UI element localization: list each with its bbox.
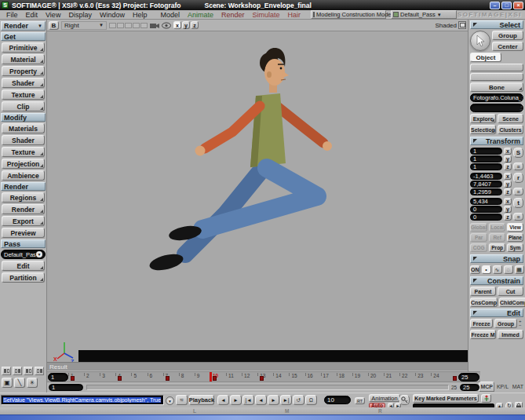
step-forward-button[interactable]: ► bbox=[230, 395, 242, 405]
timeline-ruler[interactable]: 1 25 12345678910111213141516171819202122… bbox=[47, 371, 480, 382]
toolbar-button-clip[interactable]: Clip bbox=[2, 101, 45, 111]
memo-cam-button-1[interactable] bbox=[109, 23, 116, 28]
field-spinner-icons[interactable]: ▲◂▸ bbox=[520, 104, 523, 111]
range-end-field[interactable]: 25 bbox=[460, 384, 479, 391]
toolbar-button-edit[interactable]: Edit bbox=[2, 261, 45, 271]
transform-value-field[interactable]: 1 bbox=[470, 148, 502, 155]
transform-space-prop[interactable]: Prop bbox=[489, 243, 505, 252]
toolbar-button-texture[interactable]: Texture bbox=[2, 89, 45, 100]
axis-toggle-x[interactable]: x bbox=[504, 198, 512, 205]
transform-space-local[interactable]: Local bbox=[489, 223, 505, 232]
display-mode-select[interactable]: Shaded bbox=[435, 21, 466, 29]
start-frame-field[interactable]: 1 bbox=[48, 373, 68, 382]
axis-toggle-z[interactable]: z bbox=[504, 214, 512, 221]
transform-space-cog[interactable]: COG bbox=[470, 243, 487, 252]
menu-animate[interactable]: Animate bbox=[184, 11, 217, 19]
toolbar-button-partition[interactable]: Partition bbox=[2, 272, 45, 283]
toolbar-button-export[interactable]: Export bbox=[2, 216, 45, 226]
view-layout-button-3[interactable] bbox=[24, 367, 33, 375]
camera-select[interactable]: Right ▼ bbox=[61, 21, 107, 30]
transform-space-par[interactable]: Par bbox=[470, 233, 487, 242]
transform-space-view[interactable]: View bbox=[507, 223, 523, 232]
memo-cam-button-3[interactable] bbox=[125, 23, 132, 28]
transform-value-field[interactable]: 1 bbox=[470, 155, 502, 163]
viewport-3d[interactable]: X Z bbox=[47, 31, 468, 362]
explore-button[interactable]: Explore bbox=[470, 114, 496, 123]
viewport-letter-button[interactable]: B bbox=[49, 21, 59, 30]
selection-extra-field[interactable]: ▲◂▸ bbox=[470, 104, 523, 112]
tab-mcp[interactable]: MCP bbox=[479, 382, 494, 392]
edit-freeze-m-button[interactable]: Freeze M bbox=[470, 330, 496, 339]
transform-mode-r-button[interactable]: r bbox=[513, 173, 523, 183]
command-input[interactable]: SetValue "Views.ViewB.RightCamera.camvis… bbox=[1, 395, 164, 405]
selection-name-field[interactable]: Fotografo.Coluna_3 bbox=[470, 93, 523, 102]
toolbar-button-primitive[interactable]: Primitive bbox=[2, 42, 45, 53]
menu-edit[interactable]: Edit bbox=[22, 11, 42, 19]
menu-window[interactable]: Window bbox=[96, 11, 129, 19]
axis-toggle-x[interactable]: x bbox=[504, 173, 512, 180]
key-icon[interactable] bbox=[399, 395, 410, 405]
menu-help[interactable]: Help bbox=[129, 11, 151, 19]
playback-button[interactable]: Playback bbox=[189, 395, 214, 405]
menu-file[interactable]: File bbox=[2, 11, 22, 19]
snap-on-button[interactable]: ON bbox=[470, 265, 480, 274]
axis-toggle-x[interactable]: x bbox=[504, 148, 512, 155]
memo-cam-button-5[interactable] bbox=[140, 23, 148, 28]
playhead[interactable] bbox=[210, 372, 212, 382]
toolbar-button-render[interactable]: Render bbox=[2, 204, 45, 214]
menu-model[interactable]: Model bbox=[156, 11, 184, 19]
view-layout-button-1[interactable] bbox=[2, 367, 11, 375]
transform-mode-t-button[interactable]: t bbox=[513, 198, 523, 208]
end-frame-field[interactable]: 25 bbox=[458, 373, 479, 382]
select-tool-button[interactable] bbox=[470, 31, 490, 51]
toolbar-button-material[interactable]: Material bbox=[2, 54, 45, 64]
loop-button[interactable]: ↺ bbox=[293, 395, 304, 405]
go-to-start-button[interactable]: |◄ bbox=[242, 395, 254, 405]
transform-value-field[interactable]: 0 bbox=[470, 214, 502, 221]
constrain-chldcomp-button[interactable]: ChldComp bbox=[499, 298, 525, 307]
realtime-button[interactable]: RT bbox=[355, 397, 365, 404]
edit-group-button[interactable]: Group bbox=[494, 319, 517, 328]
play-forward-button[interactable]: ► bbox=[268, 395, 279, 405]
transform-space-plane[interactable]: Plane bbox=[507, 233, 523, 242]
script-editor-icon[interactable]: ≈ bbox=[176, 395, 188, 405]
resize-viewport-icon[interactable] bbox=[458, 21, 466, 29]
toolbar-button-ambience[interactable]: Ambience bbox=[2, 170, 45, 181]
edit-immed-button[interactable]: Immed bbox=[498, 330, 523, 339]
edit-freeze-button[interactable]: Freeze bbox=[470, 319, 493, 328]
filter-blank-button-1[interactable] bbox=[470, 64, 523, 71]
command-history-icon[interactable]: ▼ bbox=[166, 396, 174, 405]
group-button[interactable]: Group bbox=[492, 31, 523, 40]
transform-value-field[interactable]: 5,434 bbox=[470, 198, 502, 205]
eye-icon[interactable] bbox=[162, 22, 171, 29]
transform-value-field[interactable]: 7,8407 bbox=[470, 181, 502, 188]
menu-render[interactable]: Render bbox=[217, 11, 249, 19]
pencil-icon[interactable]: ╲ bbox=[14, 378, 25, 388]
transform-options-icon[interactable]: ≡ bbox=[513, 213, 523, 221]
transform-space-global[interactable]: Global bbox=[470, 223, 487, 232]
go-to-end-button[interactable]: ►| bbox=[280, 395, 292, 405]
view-layout-button-2[interactable] bbox=[13, 367, 22, 375]
menu-hair[interactable]: Hair bbox=[284, 11, 305, 19]
toolbar-button-projection[interactable]: Projection bbox=[2, 159, 45, 169]
animation-menu-button[interactable]: Animation bbox=[369, 394, 400, 402]
transform-value-field[interactable]: 1,2959 bbox=[470, 188, 502, 195]
pass-dropdown[interactable]: Default_Pas▼ bbox=[1, 250, 46, 259]
range-slider[interactable] bbox=[86, 385, 449, 390]
toolbar-button-shader[interactable]: Shader bbox=[2, 135, 45, 145]
snap-curve-button[interactable]: ∿ bbox=[493, 265, 502, 274]
object-filter-button[interactable]: Object bbox=[470, 53, 501, 62]
view-layout-button-4[interactable] bbox=[35, 367, 44, 375]
viewport-axis-x[interactable]: x bbox=[173, 21, 181, 29]
step-back-button[interactable]: ◄ bbox=[217, 395, 229, 405]
menu-display[interactable]: Display bbox=[64, 11, 96, 19]
audio-button[interactable]: Ω bbox=[305, 395, 317, 405]
explorer-icon[interactable]: ▣ bbox=[2, 378, 13, 388]
axis-toggle-y[interactable]: y bbox=[504, 181, 512, 188]
snap-object-button[interactable]: ◌ bbox=[504, 265, 513, 274]
selection-button[interactable]: Selection bbox=[470, 125, 496, 134]
construction-mode-select[interactable]: Modeling Construction Mode ▼ bbox=[311, 10, 386, 19]
viewport-axis-y[interactable]: y bbox=[182, 21, 190, 29]
pass-select[interactable]: Default_Pass ▼ bbox=[391, 10, 457, 19]
scene-button[interactable]: Scene bbox=[498, 114, 523, 123]
